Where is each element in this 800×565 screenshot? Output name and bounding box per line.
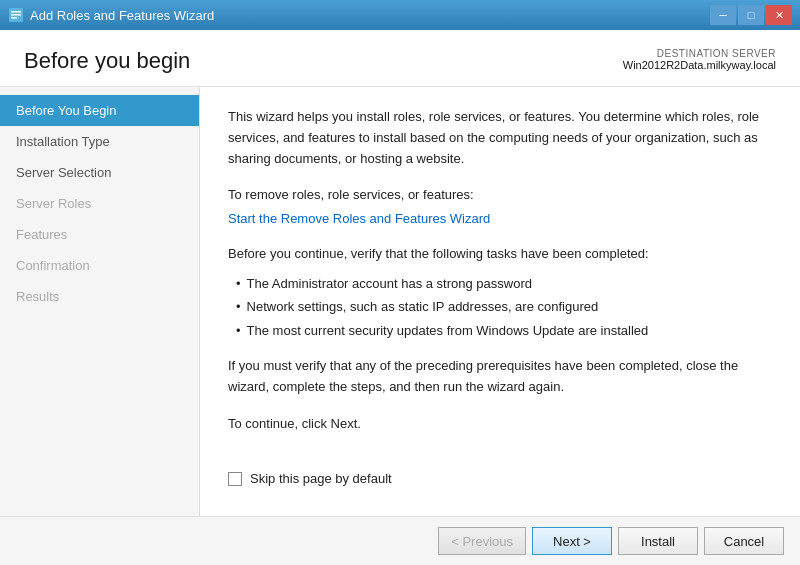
install-button[interactable]: Install xyxy=(618,527,698,555)
svg-rect-1 xyxy=(11,11,21,13)
nav-item-before-you-begin[interactable]: Before You Begin xyxy=(0,95,199,126)
wizard-nav: Before You Begin Installation Type Serve… xyxy=(0,87,200,516)
app-icon xyxy=(8,7,24,23)
window-controls: ─ □ ✕ xyxy=(710,5,792,25)
remove-link[interactable]: Start the Remove Roles and Features Wiza… xyxy=(228,211,490,226)
task-item-2: • Network settings, such as static IP ad… xyxy=(236,297,772,317)
maximize-button[interactable]: □ xyxy=(738,5,764,25)
title-bar-left: Add Roles and Features Wizard xyxy=(8,7,214,23)
cancel-button[interactable]: Cancel xyxy=(704,527,784,555)
wizard-body: Before You Begin Installation Type Serve… xyxy=(0,87,800,516)
skip-checkbox[interactable] xyxy=(228,472,242,486)
bullet-1: • xyxy=(236,274,241,294)
previous-button[interactable]: < Previous xyxy=(438,527,526,555)
task-item-3: • The most current security updates from… xyxy=(236,321,772,341)
destination-name: Win2012R2Data.milkyway.local xyxy=(623,59,776,71)
nav-item-results: Results xyxy=(0,281,199,312)
task-list: • The Administrator account has a strong… xyxy=(228,274,772,341)
destination-label: DESTINATION SERVER xyxy=(623,48,776,59)
wizard-container: Before you begin DESTINATION SERVER Win2… xyxy=(0,30,800,565)
remove-title: To remove roles, role services, or featu… xyxy=(228,185,772,205)
wizard-footer: < Previous Next > Install Cancel xyxy=(0,516,800,565)
bullet-3: • xyxy=(236,321,241,341)
task-text-3: The most current security updates from W… xyxy=(247,321,649,341)
nav-item-server-selection[interactable]: Server Selection xyxy=(0,157,199,188)
nav-item-features: Features xyxy=(0,219,199,250)
wizard-content: This wizard helps you install roles, rol… xyxy=(200,87,800,516)
intro-text: This wizard helps you install roles, rol… xyxy=(228,107,772,169)
tasks-intro: Before you continue, verify that the fol… xyxy=(228,244,772,264)
continue-note: To continue, click Next. xyxy=(228,414,772,434)
nav-item-installation-type[interactable]: Installation Type xyxy=(0,126,199,157)
task-text-1: The Administrator account has a strong p… xyxy=(247,274,532,294)
wizard-title: Before you begin xyxy=(24,48,190,74)
bullet-2: • xyxy=(236,297,241,317)
svg-rect-3 xyxy=(11,17,17,19)
svg-rect-2 xyxy=(11,14,21,16)
task-item-1: • The Administrator account has a strong… xyxy=(236,274,772,294)
task-text-2: Network settings, such as static IP addr… xyxy=(247,297,599,317)
window-title: Add Roles and Features Wizard xyxy=(30,8,214,23)
remove-section: To remove roles, role services, or featu… xyxy=(228,185,772,228)
wizard-header: Before you begin DESTINATION SERVER Win2… xyxy=(0,30,800,87)
nav-item-confirmation: Confirmation xyxy=(0,250,199,281)
nav-item-server-roles: Server Roles xyxy=(0,188,199,219)
destination-server-info: DESTINATION SERVER Win2012R2Data.milkywa… xyxy=(623,48,776,71)
title-bar: Add Roles and Features Wizard ─ □ ✕ xyxy=(0,0,800,30)
skip-checkbox-label[interactable]: Skip this page by default xyxy=(250,469,392,489)
skip-checkbox-area: Skip this page by default xyxy=(228,457,772,501)
next-button[interactable]: Next > xyxy=(532,527,612,555)
close-button[interactable]: ✕ xyxy=(766,5,792,25)
minimize-button[interactable]: ─ xyxy=(710,5,736,25)
prereq-note: If you must verify that any of the prece… xyxy=(228,356,772,398)
